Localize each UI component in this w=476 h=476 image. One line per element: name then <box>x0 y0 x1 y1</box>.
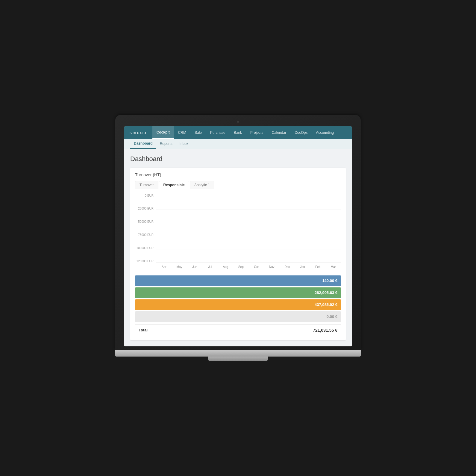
summary-bar-green: 282,905.63 € <box>135 287 341 298</box>
bar-label-jul: Jul <box>208 265 212 269</box>
nav-item-accounting[interactable]: Accounting <box>312 126 338 139</box>
chart-container: 125000 EUR 100000 EUR 75000 EUR 50000 EU… <box>135 194 341 272</box>
bar-label-jan: Jan <box>300 265 305 269</box>
bar-group-jan: Jan <box>295 197 310 263</box>
content-area: Dashboard Turnover (HT) Turnover Respons… <box>124 149 352 346</box>
nav-item-projects[interactable]: Projects <box>246 126 267 139</box>
laptop-outer: smoαα Cockpit CRM Sale Purchase Bank Pro… <box>115 115 361 361</box>
bar-group-feb: Feb <box>310 197 325 263</box>
bar-group-apr: Apr <box>156 197 172 263</box>
screen-bezel: smoαα Cockpit CRM Sale Purchase Bank Pro… <box>115 115 361 350</box>
bar-label-dec: Dec <box>284 265 290 269</box>
nav-items: Cockpit CRM Sale Purchase Bank Projects … <box>152 126 338 139</box>
bar-group-jun: Jun <box>187 197 202 263</box>
summary-bars: 140.00 € 282,905.63 € 437,985.92 € 0.00 … <box>135 275 341 322</box>
y-label-4: 25000 EUR <box>135 207 156 210</box>
y-label-3: 50000 EUR <box>135 220 156 223</box>
main-nav: smoαα Cockpit CRM Sale Purchase Bank Pro… <box>124 126 352 139</box>
nav-item-bank[interactable]: Bank <box>230 126 246 139</box>
bar-group-nov: Nov <box>264 197 279 263</box>
y-label-2: 75000 EUR <box>135 233 156 237</box>
bar-label-apr: Apr <box>162 265 166 269</box>
bar-group-sep: Sep <box>233 197 248 263</box>
bar-group-jul: Jul <box>202 197 218 263</box>
sub-nav: Dashboard Reports Inbox <box>124 139 352 149</box>
bar-label-nov: Nov <box>269 265 275 269</box>
laptop-base <box>115 350 361 357</box>
bar-label-aug: Aug <box>223 265 228 269</box>
laptop-wrapper: smoαα Cockpit CRM Sale Purchase Bank Pro… <box>103 103 373 373</box>
turnover-card: Turnover (HT) Turnover Responsible Analy… <box>130 168 346 340</box>
camera <box>237 121 239 123</box>
total-value: 721,031.55 € <box>313 328 337 333</box>
y-label-0: 125000 EUR <box>135 260 156 263</box>
card-title: Turnover (HT) <box>135 172 341 177</box>
bar-label-oct: Oct <box>254 265 259 269</box>
bar-label-jun: Jun <box>192 265 197 269</box>
summary-bar-grey: 0.00 € <box>135 311 341 322</box>
bar-label-mar: Mar <box>331 265 336 269</box>
bar-label-may: May <box>177 265 182 269</box>
chart-tabs: Turnover Responsible Analytic 1 <box>135 181 341 189</box>
y-label-1: 100000 EUR <box>135 246 156 250</box>
bar-group-oct: Oct <box>249 197 264 263</box>
tab-responsible[interactable]: Responsible <box>159 181 189 189</box>
summary-bar-orange: 437,985.92 € <box>135 299 341 310</box>
subnav-dashboard[interactable]: Dashboard <box>130 139 156 149</box>
laptop-screen: smoαα Cockpit CRM Sale Purchase Bank Pro… <box>124 126 352 346</box>
total-label: Total <box>139 328 148 332</box>
bar-group-dec: Dec <box>279 197 295 263</box>
nav-item-purchase[interactable]: Purchase <box>206 126 230 139</box>
page-title: Dashboard <box>130 155 346 163</box>
y-axis: 125000 EUR 100000 EUR 75000 EUR 50000 EU… <box>135 194 156 263</box>
summary-value-orange: 437,985.92 € <box>315 302 337 307</box>
total-row: Total 721,031.55 € <box>135 325 341 336</box>
tab-analytic1[interactable]: Analytic 1 <box>190 181 214 189</box>
bar-group-aug: Aug <box>218 197 233 263</box>
bar-label-feb: Feb <box>315 265 320 269</box>
summary-value-blue: 140.00 € <box>322 278 337 283</box>
chart-bars: AprMayJunJulAugSepOctNovDecJanFebMar <box>156 197 341 263</box>
subnav-reports[interactable]: Reports <box>156 139 176 149</box>
summary-value-green: 282,905.63 € <box>315 290 337 295</box>
nav-item-cockpit[interactable]: Cockpit <box>152 126 174 139</box>
nav-item-calendar[interactable]: Calendar <box>267 126 290 139</box>
summary-bar-blue: 140.00 € <box>135 275 341 286</box>
nav-item-crm[interactable]: CRM <box>174 126 190 139</box>
bar-group-mar: Mar <box>326 197 341 263</box>
subnav-inbox[interactable]: Inbox <box>176 139 192 149</box>
tab-turnover[interactable]: Turnover <box>135 181 158 189</box>
app-logo: smoαα <box>127 130 149 135</box>
summary-value-grey: 0.00 € <box>327 314 337 319</box>
nav-item-docops[interactable]: DocOps <box>290 126 312 139</box>
bar-label-sep: Sep <box>238 265 244 269</box>
nav-item-sale[interactable]: Sale <box>190 126 206 139</box>
bar-group-may: May <box>172 197 187 263</box>
y-label-5: 0 EUR <box>135 194 156 197</box>
